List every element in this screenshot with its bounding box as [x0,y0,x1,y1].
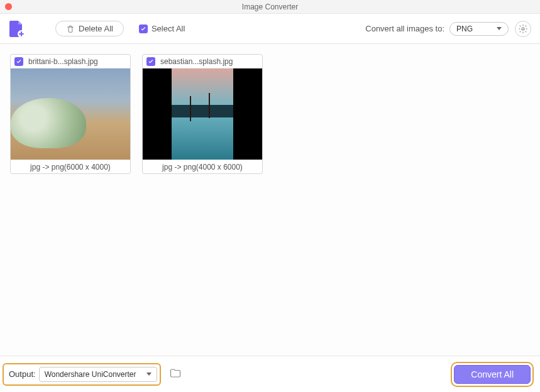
output-label: Output: [9,369,36,379]
image-gallery: brittani-b...splash.jpg jpg -> png(6000 … [0,44,540,356]
card-checkbox[interactable] [14,57,23,66]
convert-all-label: Convert All [471,369,514,379]
select-all-checkbox[interactable]: Select All [139,24,185,33]
settings-button[interactable] [515,21,531,37]
window-controls [0,3,12,10]
close-window-icon[interactable] [5,3,12,10]
delete-all-label: Delete All [79,24,113,33]
output-path-group: Output: Wondershare UniConverter [3,363,161,386]
convert-to-label: Convert all images to: [365,24,444,33]
convert-all-button[interactable]: Convert All [454,365,531,384]
bottombar: Output: Wondershare UniConverter Convert… [0,356,540,392]
titlebar: Image Converter [0,0,540,14]
output-path-select[interactable]: Wondershare UniConverter [39,367,157,382]
card-checkbox[interactable] [146,57,155,66]
trash-icon [66,24,75,33]
chevron-down-icon [146,373,152,376]
chevron-down-icon [497,27,502,30]
card-header: sebastian...splash.jpg [143,55,262,68]
image-card[interactable]: brittani-b...splash.jpg jpg -> png(6000 … [10,54,131,174]
convert-all-highlight: Convert All [451,362,534,387]
delete-all-button[interactable]: Delete All [55,21,124,36]
image-card[interactable]: sebastian...splash.jpg jpg -> png(4000 x… [142,54,263,174]
thumbnail [11,68,130,160]
card-filename: brittani-b...splash.jpg [28,57,98,66]
add-file-icon[interactable] [9,20,25,38]
thumbnail [143,68,262,160]
gear-icon [518,24,528,34]
folder-icon [170,368,181,378]
card-conversion-info: jpg -> png(4000 x 6000) [143,160,262,173]
toolbar: Delete All Select All Convert all images… [0,14,540,44]
select-all-label: Select All [152,24,185,33]
format-value: PNG [456,24,473,33]
format-select[interactable]: PNG [449,22,509,36]
open-folder-button[interactable] [170,368,181,380]
output-path-value: Wondershare UniConverter [45,370,136,379]
card-conversion-info: jpg -> png(6000 x 4000) [11,160,130,173]
checkbox-checked-icon [139,24,148,33]
window-title: Image Converter [242,3,298,11]
card-header: brittani-b...splash.jpg [11,55,130,68]
svg-point-1 [522,28,524,30]
card-filename: sebastian...splash.jpg [160,57,233,66]
